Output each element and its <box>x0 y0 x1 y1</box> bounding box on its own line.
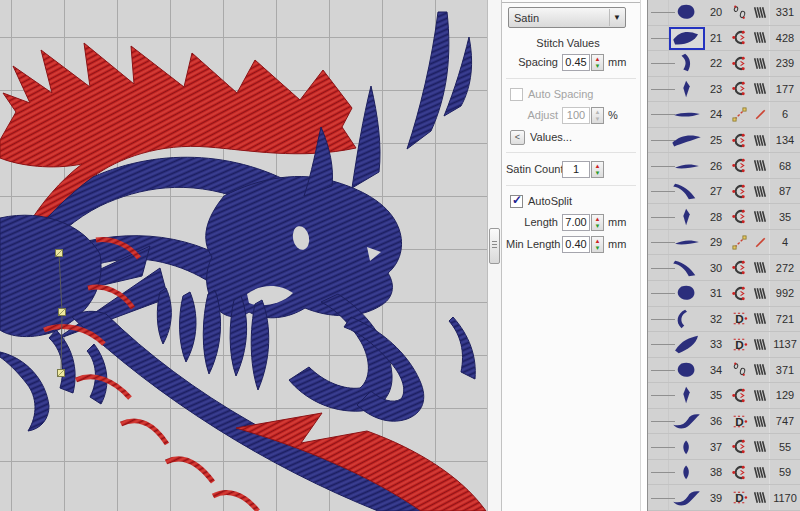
stitch-count: 747 <box>769 409 800 434</box>
object-row-36[interactable]: 36D747 <box>648 409 800 435</box>
design-canvas[interactable] <box>0 0 487 511</box>
object-row-34[interactable]: 34371 <box>648 358 800 384</box>
stitch-count: 87 <box>769 179 800 204</box>
column-object-type-icon[interactable] <box>727 29 751 46</box>
min-length-label: Min Length <box>506 238 558 250</box>
thumbnail-shape-icon <box>670 78 704 100</box>
object-thumbnail[interactable] <box>669 485 705 510</box>
object-row-23[interactable]: 23177 <box>648 77 800 103</box>
object-row-21[interactable]: 21428 <box>648 26 800 52</box>
spacing-input[interactable]: 0.45 <box>562 54 590 71</box>
object-thumbnail[interactable] <box>669 409 705 434</box>
object-thumbnail[interactable] <box>669 179 705 204</box>
object-thumbnail[interactable] <box>669 332 705 357</box>
object-row-31[interactable]: 31992 <box>648 281 800 307</box>
stitch-type-dropdown[interactable]: Satin ▼ <box>508 7 626 28</box>
panel-splitter[interactable] <box>487 0 501 511</box>
column-object-type-icon[interactable] <box>727 55 751 72</box>
d-object-type-icon[interactable]: D <box>727 310 751 327</box>
length-spinner[interactable]: ▲▼ <box>591 214 604 231</box>
column-object-type-icon[interactable] <box>727 208 751 225</box>
object-row-33[interactable]: 33D1137 <box>648 332 800 358</box>
separator <box>506 78 636 79</box>
splitter-grip[interactable] <box>489 228 500 264</box>
object-thumbnail[interactable] <box>669 77 705 102</box>
d-object-type-icon[interactable]: D <box>727 489 751 506</box>
object-thumbnail[interactable] <box>669 460 705 485</box>
object-thumbnail[interactable] <box>669 255 705 280</box>
stitch-count: 272 <box>769 255 800 280</box>
satin-count-spinner[interactable]: ▲▼ <box>591 161 604 178</box>
run-object-type-icon[interactable] <box>727 106 751 123</box>
column-object-type-icon[interactable] <box>727 80 751 97</box>
adjust-spinner[interactable]: ▲▼ <box>591 107 604 124</box>
thumbnail-shape-icon <box>670 359 704 381</box>
d-object-type-icon[interactable]: D <box>727 413 751 430</box>
region-object-type-icon[interactable] <box>727 4 751 21</box>
object-thumbnail[interactable] <box>669 230 705 255</box>
column-object-type-icon[interactable] <box>727 387 751 404</box>
object-row-29[interactable]: 294 <box>648 230 800 256</box>
object-row-37[interactable]: 3755 <box>648 434 800 460</box>
satin-stitch-icon <box>751 80 769 97</box>
object-thumbnail[interactable] <box>669 358 705 383</box>
length-input[interactable]: 7.00 <box>562 214 590 231</box>
object-row-24[interactable]: 246 <box>648 102 800 128</box>
d-object-type-icon[interactable]: D <box>727 336 751 353</box>
adjust-input[interactable]: 100 <box>562 107 590 124</box>
object-thumbnail[interactable] <box>669 102 705 127</box>
object-row-28[interactable]: 2835 <box>648 204 800 230</box>
min-length-input[interactable]: 0.40 <box>562 236 590 253</box>
object-thumbnail[interactable] <box>669 383 705 408</box>
object-thumbnail[interactable] <box>669 307 705 332</box>
object-thumbnail[interactable] <box>669 434 705 459</box>
column-object-type-icon[interactable] <box>727 183 751 200</box>
length-row: Length 7.00 ▲▼ mm <box>506 213 640 231</box>
object-thumbnail[interactable] <box>669 51 705 76</box>
column-object-type-icon[interactable] <box>727 464 751 481</box>
run-object-type-icon[interactable] <box>727 234 751 251</box>
thumbnail-shape-icon <box>670 52 704 74</box>
object-row-26[interactable]: 2668 <box>648 153 800 179</box>
column-object-type-icon[interactable] <box>727 438 751 455</box>
region-object-type-icon[interactable] <box>727 361 751 378</box>
object-row-20[interactable]: 20331 <box>648 0 800 26</box>
thumbnail-shape-icon <box>670 410 704 432</box>
values-button-label[interactable]: Values... <box>530 131 572 143</box>
values-collapse-button[interactable]: < <box>510 130 525 145</box>
object-row-38[interactable]: 3859 <box>648 460 800 486</box>
object-order-number: 33 <box>705 338 727 350</box>
column-object-type-icon[interactable] <box>727 285 751 302</box>
object-thumbnail[interactable] <box>669 26 705 51</box>
object-row-32[interactable]: 32D721 <box>648 307 800 333</box>
column-object-type-icon[interactable] <box>727 157 751 174</box>
auto-split-checkbox[interactable] <box>510 195 523 208</box>
object-row-27[interactable]: 2787 <box>648 179 800 205</box>
satin-stitch-icon <box>751 29 769 46</box>
object-row-25[interactable]: 25134 <box>648 128 800 154</box>
column-object-type-icon[interactable] <box>727 259 751 276</box>
object-row-22[interactable]: 22239 <box>648 51 800 77</box>
object-thumbnail[interactable] <box>669 153 705 178</box>
line-stitch-icon <box>751 106 769 123</box>
object-order-number: 30 <box>705 262 727 274</box>
object-thumbnail[interactable] <box>669 281 705 306</box>
object-row-39[interactable]: 39D1170 <box>648 485 800 511</box>
object-thumbnail[interactable] <box>669 128 705 153</box>
separator <box>506 152 636 153</box>
satin-count-input[interactable]: 1 <box>562 161 590 178</box>
object-thumbnail[interactable] <box>669 204 705 229</box>
spacing-spinner[interactable]: ▲▼ <box>591 54 604 71</box>
stitch-count: 721 <box>769 307 800 332</box>
dropdown-arrow-icon[interactable]: ▼ <box>609 9 624 26</box>
object-thumbnail[interactable] <box>669 0 705 25</box>
min-length-spinner[interactable]: ▲▼ <box>591 236 604 253</box>
column-object-type-icon[interactable] <box>727 132 751 149</box>
object-row-35[interactable]: 35129 <box>648 383 800 409</box>
stitch-count: 134 <box>769 128 800 153</box>
object-order-number: 36 <box>705 415 727 427</box>
svg-text:D: D <box>735 312 743 325</box>
auto-spacing-checkbox[interactable] <box>510 88 523 101</box>
object-list-panel[interactable]: 2033121428222392317724625134266827872835… <box>647 0 800 511</box>
object-row-30[interactable]: 30272 <box>648 255 800 281</box>
